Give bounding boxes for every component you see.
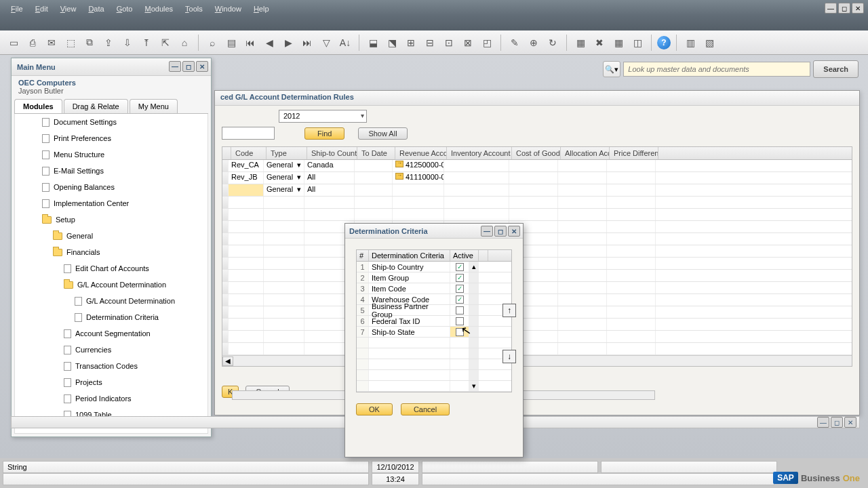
dc-row[interactable]: 2Item Group✓ [357,272,511,283]
panel-maximize-button[interactable]: ◻ [182,61,195,72]
tree-item[interactable]: Setup [15,211,208,228]
table-row[interactable] [222,245,852,258]
dc-close-button[interactable]: ✕ [508,226,520,237]
edit-icon[interactable]: ✎ [507,35,523,51]
menu-data[interactable]: Data [83,3,109,15]
pdf-icon[interactable]: ⬚ [62,35,79,51]
panel-close-button[interactable]: ✕ [196,61,208,72]
last-icon[interactable]: ⏭ [299,35,315,51]
syslog-minimize-button[interactable]: — [817,417,829,428]
print-icon[interactable]: ⎙ [24,35,41,51]
table-row[interactable] [222,294,852,306]
tree-item[interactable]: Transaction Codes [15,358,208,374]
dc-active-cell[interactable]: ✓ [450,283,469,293]
syslog-maximize-button[interactable]: ◻ [831,417,843,428]
checkbox[interactable] [456,317,464,325]
table-row[interactable] [222,270,852,282]
table-row[interactable] [222,221,852,233]
table-row[interactable]: General▾All [222,184,852,197]
table-row[interactable] [222,258,852,270]
tree-item[interactable]: Currencies [15,342,208,358]
menu-help[interactable]: Help [248,3,275,15]
dc-active-cell[interactable] [450,381,469,391]
first-icon[interactable]: ⏮ [242,35,258,51]
dc-active-cell[interactable] [450,359,469,369]
dc-maximize-button[interactable]: ◻ [494,226,507,237]
chart-icon[interactable]: ◫ [629,35,646,51]
tree-item[interactable]: Period Indicators [15,390,208,407]
grid-cell[interactable]: General▾ [264,160,304,171]
table-row[interactable]: Rev_CAGeneral▾Canada41250000-01-001 [222,160,852,172]
find-button[interactable]: Find [304,127,344,140]
lock-icon[interactable]: ⌂ [176,35,193,51]
tab-modules[interactable]: Modules [14,99,62,113]
menu-window[interactable]: Window [210,3,247,15]
table-row[interactable] [222,282,852,294]
tree-item[interactable]: E-Mail Settings [15,163,208,179]
table-row[interactable]: Rev_JBGeneral▾All41110000-01-001 [222,172,852,184]
tree-item[interactable]: Projects [15,374,208,390]
copy-icon[interactable]: ⧉ [81,35,98,51]
grid-cell[interactable]: General▾ [264,184,304,196]
grid-cell[interactable]: 41110000-01-001 [393,172,444,184]
grid-cell[interactable]: General▾ [264,172,304,184]
tool4-icon[interactable]: ⊟ [422,35,438,51]
tool6-icon[interactable]: ⊠ [460,35,476,51]
tab-drag-relate[interactable]: Drag & Relate [64,99,128,113]
extra2-icon[interactable]: ▧ [701,35,717,51]
table-row[interactable] [222,319,852,331]
tool7-icon[interactable]: ◰ [479,35,495,51]
grid-col-header[interactable]: Code [231,147,267,159]
dc-row[interactable]: 3Item Code✓ [357,283,511,294]
dc-ok-button[interactable]: OK [356,403,393,415]
dc-active-cell[interactable] [450,370,469,380]
tree-item[interactable]: Opening Balances [15,179,208,195]
dc-row[interactable]: 7Ship-to State [357,327,511,338]
maximize-button[interactable]: ◻ [838,3,850,14]
table-row[interactable] [222,331,852,343]
dc-row[interactable] [357,359,511,370]
code-filter-input[interactable] [222,127,275,140]
minimize-button[interactable]: — [825,3,837,14]
grid-col-header[interactable]: Price Differenc [610,147,658,159]
panel-minimize-button[interactable]: — [169,61,181,72]
prev-icon[interactable]: ◀ [261,35,277,51]
tool5-icon[interactable]: ⊡ [441,35,457,51]
search-button[interactable]: Search [813,60,859,78]
search-icon[interactable]: 🔍▾ [603,61,620,77]
refresh-icon[interactable]: ↻ [545,35,561,51]
move-up-button[interactable]: ↑ [502,304,516,317]
tree-item[interactable]: Print Preferences [15,130,208,146]
dc-row[interactable] [357,338,511,348]
alert-icon[interactable]: ✖ [591,35,608,51]
nav-tree[interactable]: Document SettingsPrint PreferencesMenu S… [14,114,208,434]
grid-hscroll[interactable]: ◀ [222,355,852,366]
dc-row[interactable]: 1Ship-to Country✓▴ [357,262,511,272]
launch-icon[interactable]: ⇱ [157,35,174,51]
grid-col-header[interactable]: Ship-to Count [307,147,357,159]
doc-icon[interactable]: ▤ [223,35,239,51]
tree-item[interactable]: General [15,228,208,244]
checkbox[interactable]: ✓ [456,274,464,282]
help-icon[interactable]: ? [657,36,671,49]
export-word-icon[interactable]: ⇩ [119,35,136,51]
tree-item[interactable]: G/L Account Determination [15,277,208,293]
syslog-close-button[interactable]: ✕ [844,417,856,428]
table-row[interactable] [222,197,852,209]
dc-active-cell[interactable] [450,348,469,359]
menu-view[interactable]: View [55,3,82,15]
checkbox[interactable]: ✓ [456,296,464,304]
close-button[interactable]: ✕ [852,3,864,14]
move-down-button[interactable]: ↓ [502,350,516,363]
dc-row[interactable]: 6Federal Tax ID [357,316,511,327]
grid-col-header[interactable]: Cost of Goods ... [512,147,561,159]
dc-active-cell[interactable] [450,316,469,326]
tool2-icon[interactable]: ⬔ [384,35,400,51]
menu-goto[interactable]: Goto [111,3,138,15]
dc-row[interactable] [357,348,511,359]
find-icon[interactable]: ⌕ [204,35,220,51]
grid-col-header[interactable]: Inventory Account [447,147,512,159]
dc-active-cell[interactable] [450,327,469,337]
menu-file[interactable]: File [5,3,28,15]
menu-modules[interactable]: Modules [139,3,178,15]
